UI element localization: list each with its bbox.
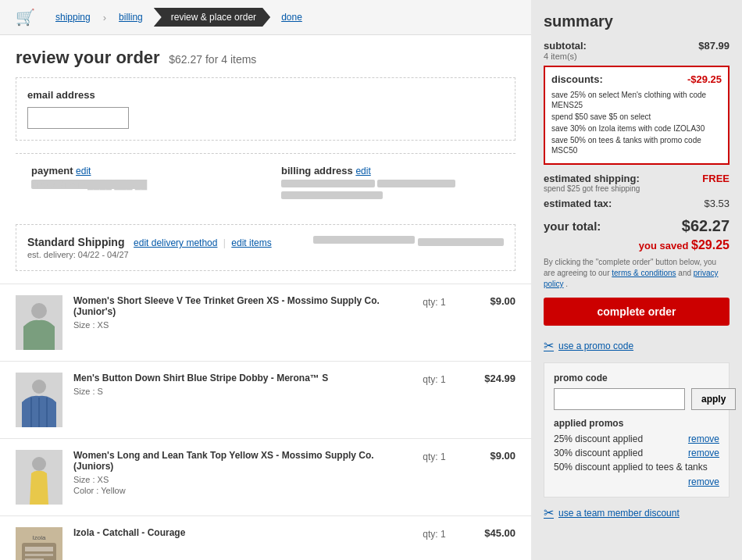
payment-edit-link[interactable]: edit — [76, 166, 91, 177]
item-name-0: Women's Short Sleeve V Tee Trinket Green… — [73, 295, 400, 317]
delivery-date: est. delivery: 04/22 - 04/27 — [27, 250, 272, 259]
item-details-2: Women's Long and Lean Tank Top Yellow XS… — [73, 450, 400, 495]
billing-edit-link[interactable]: edit — [355, 166, 370, 177]
est-tax-value: $3.53 — [704, 198, 730, 209]
shipping-section: Standard Shipping edit delivery method |… — [16, 224, 515, 271]
applied-promo-text-2: 50% discount applied to tees & tanks — [554, 462, 708, 473]
applied-promo-text-0: 25% discount applied — [554, 433, 643, 444]
summary-title: summary — [544, 12, 730, 30]
table-row: Men's Button Down Shirt Blue Stripe Dobb… — [0, 361, 531, 438]
remove-promo-2[interactable]: remove — [688, 476, 719, 487]
svg-point-8 — [32, 457, 46, 471]
step-review: review & place order — [154, 8, 270, 27]
subtotal-sub: 4 item(s) — [544, 52, 587, 61]
promo-toggle[interactable]: ✂ use a promo code — [544, 338, 730, 353]
terms-link[interactable]: terms & conditions — [612, 269, 676, 277]
email-section: email address — [16, 77, 515, 141]
svg-rect-11 — [25, 547, 53, 551]
subtotal-label: subtotal: — [544, 40, 587, 52]
item-qty-3: qty: 1 — [411, 527, 458, 540]
saved-label: you saved $29.25 — [639, 240, 730, 251]
item-details-3: Izola - Catchall - Courage — [73, 527, 400, 541]
breadcrumb-bar: 🛒 shipping › billing review & place orde… — [0, 0, 531, 35]
svg-rect-12 — [25, 554, 53, 556]
promo-input[interactable] — [554, 388, 685, 410]
team-discount-label: use a team member discount — [558, 508, 680, 519]
item-image-1 — [16, 373, 62, 427]
promo-input-row: apply — [554, 388, 719, 410]
discount-item-2: save 30% on Izola items with code IZOLA3… — [551, 123, 722, 134]
total-row: your total: $62.27 — [544, 217, 730, 235]
est-tax-label: estimated tax: — [544, 198, 612, 209]
payment-label: payment — [31, 165, 73, 177]
page-title: review your order — [16, 48, 160, 67]
est-shipping-value: FREE — [702, 173, 730, 193]
saved-value: $29.25 — [691, 238, 730, 251]
discounts-value: -$29.25 — [687, 73, 722, 85]
item-qty-2: qty: 1 — [411, 450, 458, 462]
applied-promos-label: applied promos — [554, 418, 719, 429]
list-item: 30% discount applied remove — [554, 448, 719, 458]
email-label: email address — [27, 89, 504, 101]
step-billing[interactable]: billing — [108, 8, 154, 27]
list-item: 50% discount applied to tees & tanks — [554, 462, 719, 473]
item-price-1: $24.99 — [469, 373, 515, 384]
terms-text: By clicking the "complete order" button … — [544, 257, 730, 290]
promo-section: promo code apply applied promos 25% disc… — [544, 362, 730, 498]
step-done: done — [270, 8, 313, 27]
table-row: Women's Short Sleeve V Tee Trinket Green… — [0, 284, 531, 361]
discount-item-1: spend $50 save $5 on select — [551, 112, 722, 122]
total-label: your total: — [544, 219, 601, 233]
shipping-address-blurred — [313, 236, 504, 248]
step-separator-1: › — [103, 12, 106, 23]
separator: | — [223, 237, 226, 248]
item-details-1: Men's Button Down Shirt Blue Stripe Dobb… — [73, 373, 400, 396]
email-field[interactable] — [27, 107, 129, 129]
item-details-0: Women's Short Sleeve V Tee Trinket Green… — [73, 295, 400, 330]
edit-items-link[interactable]: edit items — [231, 237, 271, 248]
item-image-0 — [16, 295, 62, 350]
billing-address — [281, 180, 500, 201]
promo-toggle-label: use a promo code — [558, 341, 633, 351]
item-size-0: Size : XS — [73, 320, 400, 330]
svg-text:Izola: Izola — [33, 534, 46, 541]
svg-point-1 — [31, 303, 47, 319]
subtotal-value: $87.99 — [698, 40, 730, 52]
step-shipping[interactable]: shipping — [45, 8, 102, 27]
remove-promo-0[interactable]: remove — [688, 433, 719, 444]
page-title-area: review your order $62.27 for 4 items — [0, 35, 531, 77]
page-subtitle: $62.27 for 4 items — [169, 53, 256, 66]
item-size-1: Size : S — [73, 387, 400, 396]
item-color-2: Color : Yellow — [73, 486, 400, 495]
item-price-3: $45.00 — [469, 527, 515, 539]
item-size-2: Size : XS — [73, 475, 400, 484]
item-qty-1: qty: 1 — [411, 373, 458, 385]
shipping-method-title: Standard Shipping — [27, 236, 124, 248]
table-row: Izola Izola - Catchall - Courage qty: 1 … — [0, 515, 531, 560]
remove-promo-1[interactable]: remove — [688, 448, 719, 458]
payment-block: payment edit Visa ending in ████ ███.██ — [31, 165, 250, 201]
item-price-0: $9.00 — [469, 295, 515, 307]
breadcrumb-steps: shipping › billing review & place order … — [45, 8, 313, 27]
table-row: Women's Long and Lean Tank Top Yellow XS… — [0, 438, 531, 515]
est-shipping-sub: spend $25 got free shipping — [544, 184, 640, 193]
promo-label: promo code — [554, 373, 719, 383]
est-tax-row: estimated tax: $3.53 — [544, 198, 730, 209]
item-qty-0: qty: 1 — [411, 295, 458, 308]
item-name-3: Izola - Catchall - Courage — [73, 527, 400, 538]
discount-item-3: save 50% on tees & tanks with promo code… — [551, 135, 722, 155]
payment-card-info: Visa ending in ████ ███.██ — [31, 180, 250, 189]
subtotal-row: subtotal: 4 item(s) $87.99 — [544, 40, 730, 61]
promo-icon: ✂ — [544, 338, 554, 353]
item-price-2: $9.00 — [469, 450, 515, 462]
team-discount-toggle[interactable]: ✂ use a team member discount — [544, 505, 730, 520]
item-image-3: Izola — [16, 527, 62, 560]
complete-order-button[interactable]: complete order — [544, 298, 730, 326]
sidebar: summary subtotal: 4 item(s) $87.99 disco… — [531, 0, 742, 560]
est-shipping-row: estimated shipping: spend $25 got free s… — [544, 173, 730, 193]
apply-button[interactable]: apply — [691, 388, 736, 410]
edit-delivery-method-link[interactable]: edit delivery method — [134, 237, 217, 248]
order-items-list: Women's Short Sleeve V Tee Trinket Green… — [0, 284, 531, 560]
item-image-2 — [16, 450, 62, 505]
billing-label: billing address — [281, 165, 353, 177]
